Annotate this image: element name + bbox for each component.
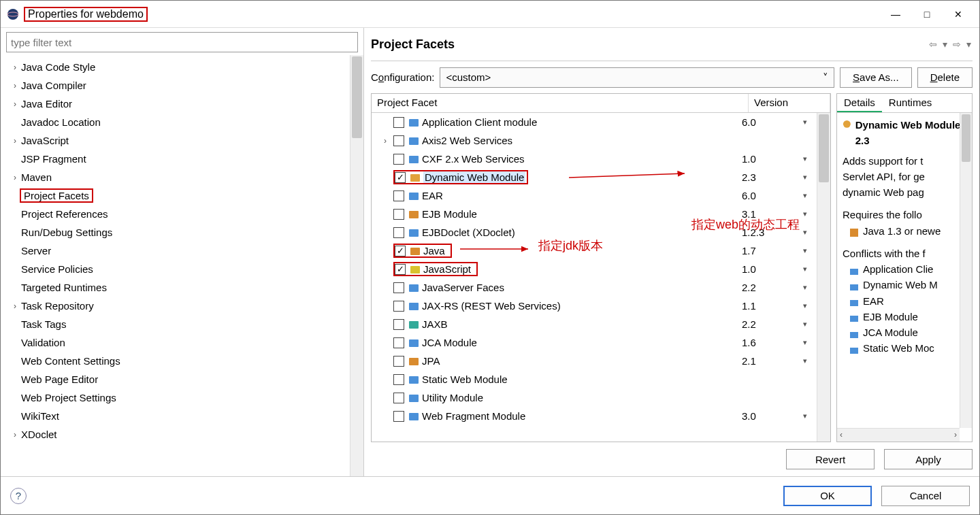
facet-checkbox[interactable] [395, 246, 406, 256]
tree-item[interactable]: Validation [1, 333, 350, 352]
tree-item[interactable]: ›JavaScript [1, 131, 350, 150]
revert-button[interactable]: Revert [786, 449, 875, 469]
facet-row[interactable]: Dynamic Web Module2.3▾ [372, 168, 817, 186]
facet-row[interactable]: EAR6.0▾ [372, 186, 817, 205]
facet-checkbox[interactable] [393, 154, 404, 165]
tree-item[interactable]: ›XDoclet [1, 425, 350, 444]
version-dropdown-icon[interactable]: ▾ [803, 191, 817, 200]
facet-row[interactable]: CXF 2.x Web Services1.0▾ [372, 150, 817, 168]
tab-details[interactable]: Details [837, 94, 882, 112]
tree-item[interactable]: Service Policies [1, 260, 350, 278]
expand-icon[interactable]: › [10, 173, 20, 182]
version-dropdown-icon[interactable]: ▾ [803, 301, 817, 310]
facet-row[interactable]: JavaScript1.0▾ [372, 260, 817, 278]
facet-row[interactable]: JAX-RS (REST Web Services)1.1▾ [372, 297, 817, 315]
properties-tree[interactable]: ›Java Code Style›Java Compiler›Java Edit… [1, 55, 350, 476]
tree-item[interactable]: Web Page Editor [1, 370, 350, 388]
details-hscroll[interactable]: ‹› [837, 428, 960, 442]
col-facet-header[interactable]: Project Facet [372, 94, 749, 112]
minimize-button[interactable]: — [880, 3, 911, 25]
tree-scrollbar[interactable] [350, 55, 363, 476]
facet-checkbox[interactable] [393, 117, 404, 128]
tree-item[interactable]: Web Content Settings [1, 352, 350, 370]
facet-row[interactable]: EJBDoclet (XDoclet)1.2.3▾ [372, 223, 817, 242]
facet-row[interactable]: JCA Module1.6▾ [372, 333, 817, 352]
tree-item[interactable]: Project Facets [1, 186, 350, 205]
tree-item[interactable]: ›Maven [1, 168, 350, 186]
delete-button[interactable]: Delete [917, 67, 973, 88]
facet-checkbox[interactable] [393, 301, 404, 312]
filter-input[interactable] [6, 32, 358, 52]
tree-item[interactable]: Javadoc Location [1, 113, 350, 131]
configuration-combo[interactable]: <custom> ˅ [440, 67, 834, 88]
version-dropdown-icon[interactable]: ▾ [803, 154, 817, 163]
facet-checkbox[interactable] [393, 209, 404, 220]
facet-checkbox[interactable] [393, 282, 404, 293]
save-as-button[interactable]: Save As... [840, 67, 912, 88]
back-icon[interactable]: ⇦ [928, 39, 938, 50]
tree-item[interactable]: Targeted Runtimes [1, 278, 350, 297]
facet-row[interactable]: JPA2.1▾ [372, 352, 817, 370]
facet-row[interactable]: Web Fragment Module3.0▾ [372, 407, 817, 425]
facet-checkbox[interactable] [393, 356, 404, 367]
expand-icon[interactable]: › [10, 81, 20, 90]
expand-icon[interactable]: › [10, 301, 20, 311]
facet-checkbox[interactable] [393, 411, 404, 422]
nav-history[interactable]: ⇦▾ ⇨▾ [928, 39, 973, 50]
forward-icon[interactable]: ⇨ [951, 39, 962, 50]
facet-row[interactable]: JAXB2.2▾ [372, 315, 817, 333]
facet-row[interactable]: EJB Module3.1▾ [372, 205, 817, 223]
version-dropdown-icon[interactable]: ▾ [803, 338, 817, 347]
facet-row[interactable]: JavaServer Faces2.2▾ [372, 278, 817, 297]
facet-row[interactable]: Static Web Module [372, 370, 817, 388]
expand-icon[interactable]: › [10, 136, 20, 146]
version-dropdown-icon[interactable]: ▾ [803, 412, 817, 420]
expand-icon[interactable]: › [10, 99, 20, 109]
expand-icon[interactable]: › [10, 63, 20, 72]
facet-checkbox[interactable] [395, 172, 406, 183]
facet-row[interactable]: Java1.7▾ [372, 242, 817, 260]
version-dropdown-icon[interactable]: ▾ [803, 320, 817, 329]
version-dropdown-icon[interactable]: ▾ [803, 228, 817, 237]
version-dropdown-icon[interactable]: ▾ [803, 246, 817, 255]
cancel-button[interactable]: Cancel [881, 486, 970, 506]
tree-item[interactable]: Task Tags [1, 315, 350, 333]
version-dropdown-icon[interactable]: ▾ [803, 356, 817, 365]
tree-item[interactable]: WikiText [1, 407, 350, 425]
expand-icon[interactable]: › [10, 430, 20, 439]
facet-row[interactable]: Utility Module [372, 388, 817, 407]
tree-item[interactable]: Project References [1, 205, 350, 223]
facet-scrollbar[interactable] [817, 113, 830, 442]
version-dropdown-icon[interactable]: ▾ [803, 283, 817, 292]
close-button[interactable]: ✕ [943, 3, 974, 25]
facet-checkbox[interactable] [393, 374, 404, 385]
facet-checkbox[interactable] [393, 319, 404, 330]
tree-item[interactable]: ›Java Editor [1, 95, 350, 113]
col-version-header[interactable]: Version [749, 94, 830, 112]
facet-checkbox[interactable] [393, 190, 404, 201]
tree-item[interactable]: ›Task Repository [1, 297, 350, 315]
details-vscroll[interactable] [960, 113, 972, 428]
help-icon[interactable]: ? [10, 488, 27, 504]
apply-button[interactable]: Apply [884, 449, 973, 469]
facet-checkbox[interactable] [393, 393, 404, 403]
facet-checkbox[interactable] [393, 227, 404, 238]
version-dropdown-icon[interactable]: ▾ [803, 265, 817, 273]
ok-button[interactable]: OK [783, 486, 872, 506]
tree-item[interactable]: ›Java Compiler [1, 76, 350, 95]
tree-item[interactable]: Web Project Settings [1, 388, 350, 407]
maximize-button[interactable]: □ [911, 3, 943, 25]
facet-row[interactable]: Application Client module6.0▾ [372, 113, 817, 131]
facet-row[interactable]: ›Axis2 Web Services [372, 131, 817, 150]
version-dropdown-icon[interactable]: ▾ [803, 173, 817, 182]
version-dropdown-icon[interactable]: ▾ [803, 118, 817, 127]
facet-checkbox[interactable] [393, 337, 404, 348]
tree-item[interactable]: JSP Fragment [1, 150, 350, 168]
facet-checkbox[interactable] [393, 135, 404, 146]
tree-item[interactable]: ›Java Code Style [1, 58, 350, 76]
tree-item[interactable]: Run/Debug Settings [1, 223, 350, 242]
tree-item[interactable]: Server [1, 242, 350, 260]
version-dropdown-icon[interactable]: ▾ [803, 210, 817, 218]
facet-checkbox[interactable] [395, 264, 406, 275]
tab-runtimes[interactable]: Runtimes [882, 94, 938, 112]
